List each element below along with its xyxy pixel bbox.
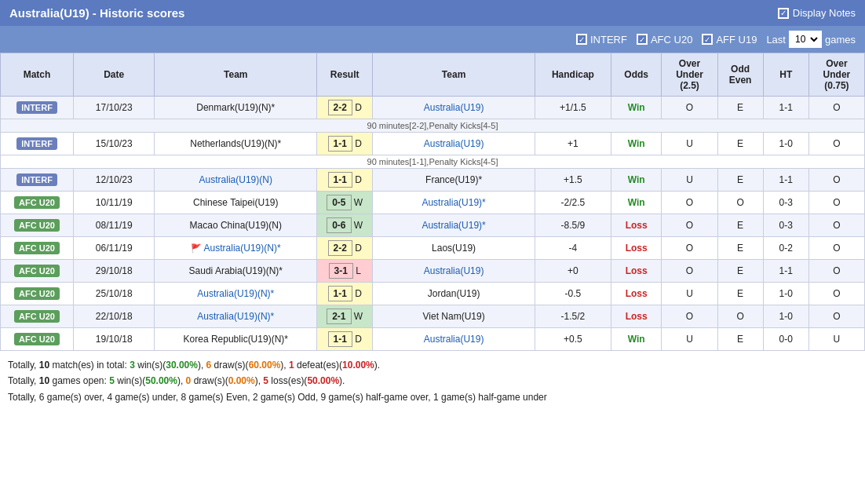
odds-cell: Win: [611, 169, 662, 192]
display-notes-control[interactable]: ✓ Display Notes: [778, 7, 856, 19]
th-team1: Team: [155, 53, 317, 97]
note-cell: 90 minutes[2-2],Penalty Kicks[4-5]: [1, 119, 865, 133]
table-row: AFC U20 06/11/19 🚩 Australia(U19)(N)* 2-…: [1, 237, 865, 260]
games-select[interactable]: 5 10 15 20 25 30: [789, 31, 822, 48]
games-label: games: [825, 34, 856, 46]
th-result: Result: [317, 53, 373, 97]
team2-name: Laos(U19): [432, 243, 476, 254]
filter-interf[interactable]: ✓ INTERF: [576, 34, 627, 46]
header: Australia(U19) - Historic scores ✓ Displ…: [0, 0, 865, 26]
match-badge-cell: INTERF: [1, 97, 74, 119]
team2-link[interactable]: Australia(U19): [424, 334, 484, 345]
ou075-cell: O: [808, 192, 864, 214]
team2-cell: Jordan(U19): [373, 283, 535, 305]
outcome-letter: W: [354, 311, 363, 322]
result-cell: 1-1 D: [317, 169, 373, 192]
footer: Totally, 10 match(es) in total: 3 win(s)…: [0, 351, 865, 411]
oddeven-cell: E: [717, 328, 763, 351]
team1-cell: Netherlands(U19)(N)*: [155, 133, 317, 155]
handicap-cell: +0.5: [535, 328, 611, 351]
outcome-letter: D: [355, 174, 362, 185]
ou075-cell: O: [808, 214, 864, 237]
filter-interf-checkbox[interactable]: ✓: [576, 34, 587, 45]
th-odds: Odds: [611, 53, 662, 97]
result-value: 1-1: [328, 172, 352, 188]
th-ht: HT: [763, 53, 808, 97]
oddeven-cell: E: [717, 97, 763, 119]
match-badge: INTERF: [16, 101, 57, 114]
th-handicap: Handicap: [535, 53, 611, 97]
date-cell: 08/11/19: [74, 214, 155, 237]
result-cell: 1-1 D: [317, 283, 373, 305]
team2-link[interactable]: Australia(U19): [424, 265, 484, 276]
match-badge: AFC U20: [14, 310, 60, 323]
team2-link[interactable]: Australia(U19)*: [422, 220, 485, 231]
filter-affu19-checkbox[interactable]: ✓: [702, 34, 713, 45]
oddeven-cell: E: [717, 283, 763, 305]
ht-cell: 1-0: [763, 283, 808, 305]
ou25-cell: U: [662, 328, 717, 351]
match-badge-cell: AFC U20: [1, 237, 74, 260]
ou075-cell: O: [808, 305, 864, 328]
oddeven-cell: E: [717, 133, 763, 155]
odds-cell: Loss: [611, 214, 662, 237]
team2-cell: Australia(U19): [373, 97, 535, 119]
match-badge-cell: AFC U20: [1, 305, 74, 328]
team1-name: Netherlands(U19)(N)*: [190, 138, 281, 149]
team1-cell: Australia(U19)(N)*: [155, 305, 317, 328]
match-badge-cell: AFC U20: [1, 283, 74, 305]
odds-cell: Loss: [611, 305, 662, 328]
outcome-letter: D: [355, 102, 362, 113]
team1-link[interactable]: Australia(U19)(N)*: [197, 288, 274, 299]
ht-cell: 1-0: [763, 305, 808, 328]
last-label: Last: [766, 34, 786, 46]
result-value: 0-6: [327, 217, 351, 233]
ht-cell: 1-0: [763, 133, 808, 155]
match-badge: AFC U20: [14, 287, 60, 300]
match-badge-cell: INTERF: [1, 133, 74, 155]
th-team2: Team: [373, 53, 535, 97]
outcome-letter: D: [355, 288, 362, 299]
team2-link[interactable]: Australia(U19): [424, 138, 484, 149]
outcome-letter: D: [355, 334, 362, 345]
table-row: AFC U20 22/10/18 Australia(U19)(N)* 2-1 …: [1, 305, 865, 328]
team1-link[interactable]: Australia(U19)(N)*: [197, 311, 274, 322]
filter-afcu20[interactable]: ✓ AFC U20: [637, 34, 692, 46]
th-date: Date: [74, 53, 155, 97]
team2-cell: Australia(U19): [373, 260, 535, 283]
filter-affu19[interactable]: ✓ AFF U19: [702, 34, 757, 46]
team2-cell: Australia(U19)*: [373, 214, 535, 237]
team2-name: France(U19)*: [425, 174, 482, 185]
outcome-letter: D: [355, 138, 362, 149]
team2-link[interactable]: Australia(U19): [424, 102, 484, 113]
last-games-control: Last 5 10 15 20 25 30 games: [766, 31, 856, 48]
date-cell: 10/11/19: [74, 192, 155, 214]
result-cell: 1-1 D: [317, 328, 373, 351]
date-cell: 29/10/18: [74, 260, 155, 283]
table-row: INTERF 15/10/23 Netherlands(U19)(N)* 1-1…: [1, 133, 865, 155]
team1-cell: Macao China(U19)(N): [155, 214, 317, 237]
result-value: 2-2: [328, 240, 352, 256]
note-row: 90 minutes[2-2],Penalty Kicks[4-5]: [1, 119, 865, 133]
date-cell: 22/10/18: [74, 305, 155, 328]
result-cell: 0-6 W: [317, 214, 373, 237]
handicap-cell: +1: [535, 133, 611, 155]
match-badge: AFC U20: [14, 242, 60, 254]
result-cell: 2-2 D: [317, 97, 373, 119]
team1-cell: Chinese Taipei(U19): [155, 192, 317, 214]
team2-link[interactable]: Australia(U19)*: [422, 197, 485, 208]
team1-link[interactable]: Australia(U19)(N)*: [204, 243, 281, 254]
team1-link[interactable]: Australia(U19)(N): [199, 174, 272, 185]
th-match: Match: [1, 53, 74, 97]
result-value: 1-1: [328, 286, 352, 301]
ht-cell: 0-3: [763, 214, 808, 237]
ou25-cell: O: [662, 237, 717, 260]
outcome-letter: D: [355, 243, 362, 254]
filter-afcu20-checkbox[interactable]: ✓: [637, 34, 648, 45]
table-row: INTERF 17/10/23 Denmark(U19)(N)* 2-2 D A…: [1, 97, 865, 119]
ou075-cell: O: [808, 237, 864, 260]
display-notes-checkbox[interactable]: ✓: [778, 8, 789, 19]
ou25-cell: O: [662, 305, 717, 328]
ht-cell: 0-0: [763, 328, 808, 351]
oddeven-cell: E: [717, 169, 763, 192]
